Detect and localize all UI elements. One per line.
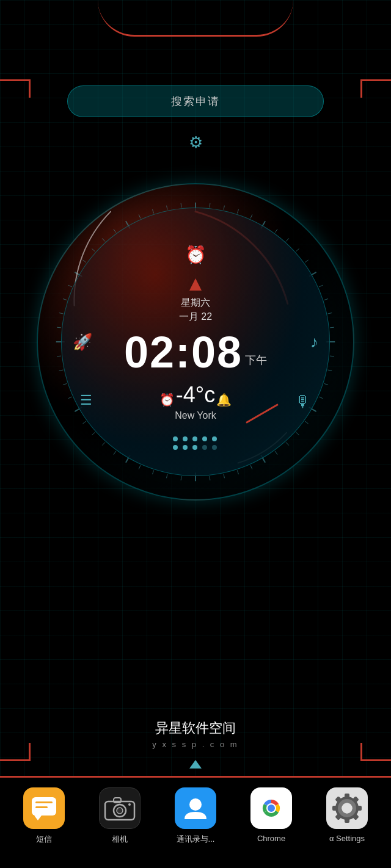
music-icon[interactable]: ♪ — [310, 333, 318, 352]
svg-line-12 — [324, 298, 328, 300]
svg-line-48 — [63, 298, 67, 300]
list-icon[interactable]: ☰ — [80, 392, 92, 408]
watch-container: ⏰ 星期六 一月 22 02:08下午 -4°c New York 🚀 ♪ ☰ … — [37, 183, 354, 501]
svg-line-39 — [82, 421, 86, 424]
svg-rect-78 — [356, 806, 362, 811]
app-item-chrome[interactable]: Chrome — [241, 787, 302, 843]
svg-line-57 — [152, 209, 153, 214]
app-icon-contacts[interactable] — [175, 787, 216, 829]
chrome-svg — [257, 794, 286, 823]
top-wing-right — [360, 79, 391, 98]
svg-line-24 — [275, 451, 277, 455]
svg-point-72 — [268, 805, 275, 812]
watch-face: ⏰ 星期六 一月 22 02:08下午 -4°c New York 🚀 ♪ ☰ … — [61, 208, 330, 476]
app-icon-settings[interactable] — [326, 787, 368, 829]
svg-line-18 — [324, 383, 328, 385]
app-item-messages[interactable]: 短信 — [13, 787, 75, 845]
mic-icon[interactable]: 🎙 — [295, 392, 311, 411]
location-label: New York — [175, 410, 216, 421]
svg-line-54 — [114, 229, 116, 233]
svg-line-41 — [68, 397, 72, 399]
dot-5 — [212, 436, 217, 441]
dot-1 — [173, 436, 178, 441]
app-item-settings[interactable]: α Settings — [316, 787, 378, 843]
weekday-label: 星期六 — [179, 297, 212, 309]
app-label-chrome: Chrome — [257, 834, 285, 843]
svg-line-49 — [68, 285, 72, 287]
svg-line-56 — [139, 215, 141, 219]
svg-line-37 — [102, 442, 105, 445]
svg-line-16 — [330, 356, 334, 356]
svg-line-27 — [237, 470, 238, 474]
dot-8 — [192, 445, 197, 450]
dot-3 — [192, 436, 197, 441]
dot-7 — [183, 445, 188, 450]
svg-line-26 — [250, 465, 252, 469]
svg-rect-82 — [332, 806, 338, 811]
svg-point-69 — [189, 798, 202, 811]
search-bar[interactable]: 搜索申请 — [67, 85, 324, 117]
app-item-camera[interactable]: 相机 — [89, 787, 150, 845]
message-svg — [29, 794, 59, 823]
svg-line-43 — [59, 370, 64, 371]
svg-line-42 — [63, 383, 67, 385]
svg-line-8 — [296, 248, 299, 251]
svg-point-68 — [128, 803, 131, 806]
settings-svg — [331, 792, 363, 824]
dot-4 — [202, 436, 207, 441]
svg-line-6 — [275, 229, 277, 233]
rocket-icon[interactable]: 🚀 — [73, 333, 92, 352]
svg-point-86 — [344, 805, 350, 811]
top-arc-decoration — [98, 0, 293, 37]
svg-line-13 — [327, 313, 332, 314]
svg-line-14 — [330, 327, 334, 328]
svg-line-32 — [167, 474, 167, 478]
svg-line-21 — [305, 421, 309, 424]
svg-line-4 — [250, 215, 252, 219]
svg-line-59 — [181, 203, 181, 208]
bell-icon[interactable]: 🔔 — [216, 392, 232, 407]
dot-6 — [173, 445, 178, 450]
svg-line-2 — [224, 206, 224, 210]
svg-line-36 — [114, 451, 116, 455]
svg-line-3 — [237, 209, 238, 214]
app-icon-chrome[interactable] — [250, 787, 292, 829]
navigation-arrow — [189, 278, 202, 291]
settings-gear-icon[interactable]: ⚙ — [189, 133, 203, 152]
svg-line-38 — [92, 432, 95, 435]
app-item-contacts[interactable]: 通讯录与... — [165, 787, 226, 845]
svg-line-44 — [57, 356, 61, 356]
svg-rect-76 — [345, 794, 349, 800]
svg-line-58 — [167, 206, 167, 210]
svg-line-11 — [319, 285, 323, 287]
svg-line-19 — [319, 397, 323, 399]
app-label-camera: 相机 — [112, 834, 128, 845]
brand-main-text: 异星软件空间 — [152, 719, 238, 737]
svg-marker-61 — [34, 816, 42, 820]
brand-sub-text: y x s s p . c o m — [152, 740, 238, 749]
bottom-wing-right — [360, 743, 391, 761]
svg-line-53 — [102, 238, 105, 241]
dot-2 — [183, 436, 188, 441]
app-label-messages: 短信 — [36, 834, 52, 845]
svg-line-1 — [210, 203, 210, 208]
alarm-icon-bottom[interactable]: ⏰ — [159, 392, 175, 407]
app-icon-messages[interactable] — [23, 787, 65, 829]
svg-line-47 — [59, 313, 64, 314]
svg-line-28 — [224, 474, 224, 478]
alarm-icon-top[interactable]: ⏰ — [185, 245, 206, 265]
svg-line-34 — [139, 465, 141, 469]
svg-rect-63 — [35, 806, 48, 808]
svg-line-29 — [210, 476, 210, 480]
svg-rect-62 — [35, 801, 53, 803]
time-display: 02:08下午 — [124, 327, 267, 377]
top-wing-left — [0, 79, 31, 98]
svg-line-23 — [286, 442, 289, 445]
svg-line-31 — [181, 476, 181, 480]
monthday-label: 一月 22 — [179, 311, 212, 324]
bottom-section: 异星软件空间 y x s s p . c o m 短信 — [0, 679, 391, 868]
svg-line-51 — [82, 260, 86, 262]
app-dock: 短信 相机 通讯录与... — [0, 778, 391, 868]
app-icon-camera[interactable] — [99, 787, 141, 829]
svg-line-9 — [305, 260, 309, 262]
